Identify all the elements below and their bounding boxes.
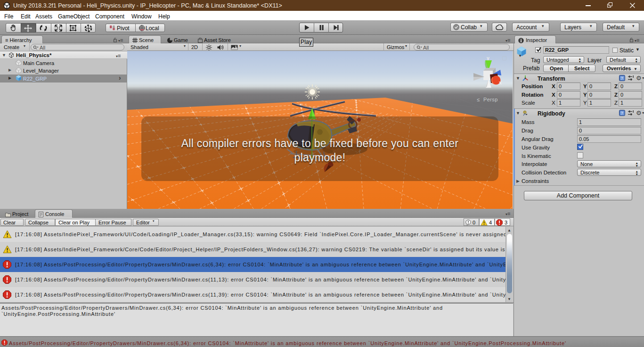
svg-text:?: ? [621,111,623,116]
svg-text:y: y [487,55,489,61]
svg-text:?: ? [621,76,623,81]
svg-text:x: x [499,80,502,85]
